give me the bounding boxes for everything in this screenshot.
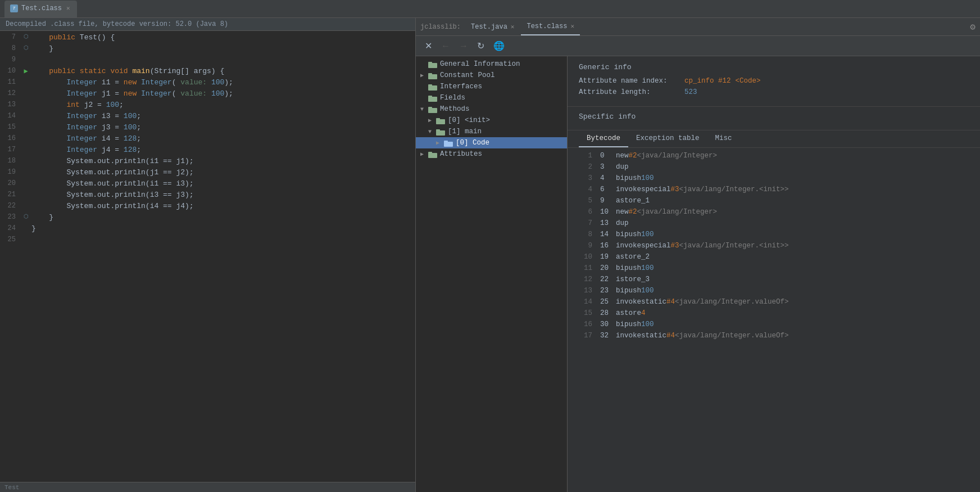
folder-icon [436, 128, 445, 136]
settings-button[interactable]: ⚙ [970, 21, 976, 33]
attribute-name-val[interactable]: cp_info #12 [684, 77, 731, 85]
bc-index: 17 [579, 332, 592, 340]
bookmark-icon: ⬡ [24, 213, 29, 220]
tree-item[interactable]: ▶Attributes [416, 148, 567, 160]
bc-opcode: invokestatic [616, 332, 666, 340]
bc-comment: <java/lang/Integer.<init>> [679, 186, 789, 193]
bc-index: 5 [579, 197, 592, 205]
line-number: 21 [2, 191, 20, 198]
bc-index: 4 [579, 186, 592, 193]
bc-index: 7 [579, 219, 592, 227]
tree-item[interactable]: ▼Methods [416, 103, 567, 115]
tree-item[interactable]: ▼[1] main [416, 126, 567, 137]
code-text: System.out.println(i1 == i3); [31, 179, 413, 188]
close-toolbar-button[interactable]: ✕ [421, 38, 435, 53]
code-text: } [31, 213, 413, 222]
tree-arrow-icon: ▶ [428, 117, 436, 124]
bc-comment: <java/lang/Integer.<init>> [679, 242, 789, 250]
bc-offset: 25 [600, 298, 616, 306]
code-line: 8⬡ } [0, 44, 415, 56]
bytecode-tab-misc[interactable]: Misc [707, 130, 740, 147]
bytecode-row: 814bipush 100 [568, 229, 980, 240]
bc-ref[interactable]: #2 [629, 208, 637, 216]
tree-item[interactable]: Interfaces [416, 81, 567, 92]
bc-opcode: dup [616, 219, 629, 227]
reload-button[interactable]: ↻ [474, 38, 488, 53]
tree-item[interactable]: ▶Constant Pool [416, 70, 567, 81]
code-line: 17 Integer j4 = 128; [0, 146, 415, 157]
browser-button[interactable]: 🌐 [490, 38, 508, 53]
folder-icon [428, 94, 437, 102]
svg-rect-16 [428, 153, 437, 158]
bytecode-row: 59astore_1 [568, 195, 980, 206]
jcl-tab-test-class[interactable]: Test.class ✕ [521, 19, 580, 35]
run-arrow-icon[interactable]: ▶ [24, 67, 28, 75]
forward-button[interactable]: → [456, 39, 471, 53]
bc-comment: <java/lang/Integer> [637, 152, 718, 160]
decompiled-bar: Decompiled .class file, bytecode version… [0, 18, 415, 31]
bc-offset: 0 [600, 152, 616, 160]
svg-rect-8 [428, 108, 437, 113]
jcl-tab-test-java[interactable]: Test.java ✕ [465, 19, 520, 35]
tree-pane[interactable]: General Information▶Constant PoolInterfa… [416, 56, 568, 492]
tab-close-button[interactable]: ✕ [65, 4, 71, 12]
bytecode-row: 1222istore_3 [568, 274, 980, 285]
bc-number: 100 [641, 287, 654, 295]
jcl-tab-class-close[interactable]: ✕ [570, 22, 574, 30]
code-area[interactable]: 7⬡ public Test() {8⬡ }9 10▶ public stati… [0, 31, 415, 482]
tab-test-class[interactable]: T Test.class ✕ [4, 1, 77, 17]
bc-offset: 20 [600, 264, 616, 272]
editor-bottom-bar: Test [0, 482, 415, 492]
code-text: Integer i4 = 128; [31, 134, 413, 143]
bytecode-row: 10new #2 <java/lang/Integer> [568, 150, 980, 161]
bytecode-tab-exception-table[interactable]: Exception table [628, 130, 707, 147]
bc-comment: <java/lang/Integer> [637, 208, 718, 216]
code-line: 19 System.out.println(j1 == j2); [0, 168, 415, 179]
tree-item[interactable]: ▶[0] <init> [416, 115, 567, 126]
bc-comment: <java/lang/Integer.valueOf> [675, 332, 789, 340]
bc-ref[interactable]: #3 [671, 186, 679, 193]
bc-ref[interactable]: #4 [666, 298, 675, 306]
jcl-label: jclasslib: [420, 23, 461, 31]
bc-ref[interactable]: 4 [641, 309, 646, 317]
bytecode-row: 1120bipush 100 [568, 263, 980, 274]
tree-item[interactable]: ▶[0] Code [416, 137, 567, 148]
svg-rect-17 [428, 152, 432, 154]
detail-top: Generic info Attribute name index: cp_in… [568, 56, 980, 107]
tree-item[interactable]: Fields [416, 92, 567, 103]
jcl-tab-java-close[interactable]: ✕ [511, 23, 515, 30]
code-line: 18 System.out.println(i1 == j1); [0, 157, 415, 168]
back-button[interactable]: ← [438, 39, 453, 53]
line-number: 16 [2, 134, 20, 142]
bc-ref[interactable]: #4 [666, 332, 675, 340]
line-number: 8 [2, 44, 20, 52]
bc-ref[interactable]: #2 [629, 152, 637, 160]
svg-rect-1 [428, 62, 432, 64]
code-editor: Decompiled .class file, bytecode version… [0, 18, 416, 492]
bc-offset: 23 [600, 287, 616, 295]
bc-opcode: bipush [616, 287, 641, 295]
code-line: 21 System.out.println(i3 == j3); [0, 191, 415, 202]
bc-index: 16 [579, 321, 592, 328]
bc-offset: 30 [600, 321, 616, 328]
bytecode-row: 34bipush 100 [568, 173, 980, 184]
bookmark-icon: ⬡ [24, 33, 29, 40]
code-line: 7⬡ public Test() { [0, 33, 415, 44]
bc-opcode: bipush [616, 264, 641, 272]
svg-rect-10 [436, 119, 445, 124]
tree-item[interactable]: General Information [416, 58, 567, 70]
code-text: Integer i1 = new Integer( value: 100); [31, 78, 413, 87]
bytecode-list[interactable]: 10new #2 <java/lang/Integer>23dup 34bipu… [568, 148, 980, 492]
bc-index: 8 [579, 231, 592, 238]
bc-ref[interactable]: #3 [671, 242, 679, 250]
tree-item-label: [0] Code [456, 139, 489, 147]
bytecode-row: 1630bipush 100 [568, 319, 980, 330]
folder-icon [436, 117, 445, 124]
code-text: System.out.println(i4 == j4); [31, 202, 413, 210]
bc-opcode: astore_2 [616, 253, 650, 261]
bc-index: 13 [579, 287, 592, 295]
tab-icon: T [10, 4, 18, 12]
bytecode-tab-bytecode[interactable]: Bytecode [579, 130, 628, 147]
svg-rect-13 [436, 129, 440, 131]
bc-offset: 32 [600, 332, 616, 340]
